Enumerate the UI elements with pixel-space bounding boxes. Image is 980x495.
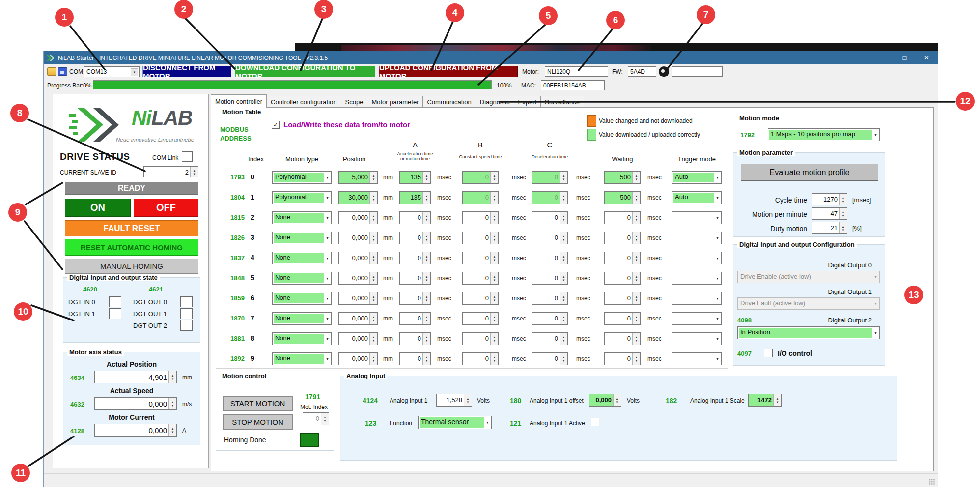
waiting-time-input[interactable]: 0▴▾: [604, 272, 641, 285]
offset-field[interactable]: 0,000 ▴▾: [589, 394, 621, 407]
function-select[interactable]: Thermal sensor ▾: [418, 416, 492, 429]
tab-diagnostic[interactable]: Diagnostic: [476, 96, 514, 108]
tab-expert[interactable]: Expert: [514, 96, 541, 108]
trigger-mode-select-dropdown-arrow[interactable]: ▾: [714, 232, 721, 244]
tab-surveillance[interactable]: Surveillance: [540, 96, 584, 108]
mot-index-spin[interactable]: ▴▾: [321, 413, 329, 425]
waiting-time-input[interactable]: 500▴▾: [604, 191, 641, 204]
motion-mode-select[interactable]: 1 Maps - 10 positons pro map ▾: [768, 128, 880, 141]
constant-speed-time-input-spin[interactable]: ▴▾: [490, 192, 498, 204]
motion-type-select-dropdown-arrow[interactable]: ▾: [324, 212, 331, 224]
waiting-time-input-spin[interactable]: ▴▾: [632, 172, 640, 183]
trigger-mode-select-dropdown-arrow[interactable]: ▾: [714, 212, 721, 224]
trigger-mode-select-dropdown-arrow[interactable]: ▾: [714, 192, 721, 204]
acceleration-time-input[interactable]: 0▴▾: [399, 272, 431, 285]
waiting-time-input[interactable]: 0▴▾: [604, 232, 641, 244]
resize-grip[interactable]: [929, 479, 935, 485]
com-dropdown-arrow[interactable]: ▾: [131, 68, 138, 76]
save-icon[interactable]: [58, 67, 67, 76]
trigger-mode-select[interactable]: ▾: [672, 252, 722, 264]
position-input-spin[interactable]: ▴▾: [369, 292, 377, 304]
position-input-spin[interactable]: ▴▾: [369, 353, 377, 365]
motion-per-minute-field[interactable]: 47 ▴▾: [812, 207, 847, 220]
trigger-mode-select-dropdown-arrow[interactable]: ▾: [714, 292, 721, 304]
constant-speed-time-input[interactable]: 0▴▾: [462, 171, 499, 184]
mot-index-stepper[interactable]: 0 ▴▾: [303, 412, 329, 425]
trigger-mode-select-dropdown-arrow[interactable]: ▾: [714, 313, 721, 324]
deceleration-time-input[interactable]: 0▴▾: [532, 171, 568, 184]
motion-type-select-dropdown-arrow[interactable]: ▾: [324, 172, 331, 183]
constant-speed-time-input-spin[interactable]: ▴▾: [490, 313, 498, 324]
waiting-time-input-spin[interactable]: ▴▾: [632, 272, 640, 284]
waiting-time-input[interactable]: 0▴▾: [604, 292, 641, 305]
position-input-spin[interactable]: ▴▾: [369, 172, 377, 183]
deceleration-time-input-spin[interactable]: ▴▾: [560, 313, 567, 324]
dgt-in0-checkbox[interactable]: [109, 296, 121, 307]
motion-type-select-dropdown-arrow[interactable]: ▾: [324, 232, 331, 244]
motion-type-select[interactable]: None▾: [272, 292, 332, 305]
waiting-time-input[interactable]: 0▴▾: [604, 211, 641, 224]
constant-speed-time-input[interactable]: 0▴▾: [462, 232, 499, 244]
motion-type-select-dropdown-arrow[interactable]: ▾: [324, 292, 331, 304]
waiting-time-input-spin[interactable]: ▴▾: [632, 212, 640, 224]
deceleration-time-input-spin[interactable]: ▴▾: [560, 252, 567, 264]
acceleration-time-input-spin[interactable]: ▴▾: [422, 192, 430, 204]
actual-position-field[interactable]: 4,901 ▴▾: [94, 371, 177, 383]
deceleration-time-input-spin[interactable]: ▴▾: [560, 232, 567, 244]
manual-homing-button[interactable]: MANUAL HOMING: [65, 259, 198, 274]
trigger-mode-select-dropdown-arrow[interactable]: ▾: [714, 272, 721, 284]
cycle-time-spin[interactable]: ▴▾: [839, 194, 847, 205]
motion-type-select[interactable]: None▾: [272, 352, 332, 365]
fault-reset-button[interactable]: FAULT RESET: [65, 220, 198, 236]
acceleration-time-input[interactable]: 135▴▾: [399, 171, 431, 184]
acceleration-time-input[interactable]: 0▴▾: [399, 252, 431, 264]
io-control-checkbox[interactable]: [764, 349, 773, 357]
offset-spin[interactable]: ▴▾: [613, 394, 621, 406]
position-input-spin[interactable]: ▴▾: [369, 212, 377, 224]
motion-type-select-dropdown-arrow[interactable]: ▾: [324, 252, 331, 264]
deceleration-time-input-spin[interactable]: ▴▾: [560, 333, 567, 345]
trigger-mode-select[interactable]: Auto▾: [672, 171, 722, 184]
constant-speed-time-input[interactable]: 0▴▾: [462, 332, 499, 345]
actual-position-spin[interactable]: ▴▾: [168, 371, 176, 383]
trigger-mode-select-dropdown-arrow[interactable]: ▾: [714, 333, 721, 345]
tab-communication[interactable]: Communication: [422, 96, 476, 108]
deceleration-time-input[interactable]: 0▴▾: [532, 352, 568, 365]
waiting-time-input[interactable]: 0▴▾: [604, 352, 641, 365]
position-input[interactable]: 0,000▴▾: [338, 211, 378, 224]
com-port-select[interactable]: COM13 ▾: [84, 66, 140, 77]
motion-type-select[interactable]: Polynomial▾: [272, 191, 332, 204]
com-link-checkbox[interactable]: [182, 151, 193, 162]
tab-motion-controller[interactable]: Motion controller: [211, 94, 267, 108]
deceleration-time-input[interactable]: 0▴▾: [532, 292, 568, 305]
acceleration-time-input-spin[interactable]: ▴▾: [422, 232, 430, 244]
waiting-time-input-spin[interactable]: ▴▾: [632, 192, 640, 204]
motor-current-field[interactable]: 0,000 ▴▾: [94, 424, 177, 437]
scale-spin[interactable]: ▴▾: [773, 394, 781, 406]
constant-speed-time-input-spin[interactable]: ▴▾: [490, 292, 498, 304]
acceleration-time-input-spin[interactable]: ▴▾: [422, 212, 430, 224]
constant-speed-time-input-spin[interactable]: ▴▾: [490, 252, 498, 264]
motor-current-spin[interactable]: ▴▾: [168, 424, 176, 436]
trigger-mode-select-dropdown-arrow[interactable]: ▾: [714, 252, 721, 264]
actual-speed-field[interactable]: 0,000 ▴▾: [94, 397, 177, 410]
duty-motion-field[interactable]: 21 ▴▾: [812, 222, 847, 234]
start-motion-button[interactable]: START MOTION: [223, 396, 293, 411]
motion-type-select[interactable]: None▾: [272, 312, 332, 325]
motion-type-select-dropdown-arrow[interactable]: ▾: [324, 272, 331, 284]
upload-configuration-button[interactable]: UPLOAD CONFIGURATION FROM MOTOR: [379, 66, 518, 77]
acceleration-time-input-spin[interactable]: ▴▾: [422, 252, 430, 264]
on-button[interactable]: ON: [65, 199, 131, 217]
position-input-spin[interactable]: ▴▾: [369, 272, 377, 284]
position-input-spin[interactable]: ▴▾: [369, 313, 377, 324]
acceleration-time-input-spin[interactable]: ▴▾: [422, 313, 430, 324]
acceleration-time-input-spin[interactable]: ▴▾: [422, 353, 430, 365]
constant-speed-time-input-spin[interactable]: ▴▾: [490, 212, 498, 224]
trigger-mode-select[interactable]: ▾: [672, 352, 722, 365]
trigger-mode-select[interactable]: ▾: [672, 292, 722, 305]
constant-speed-time-input-spin[interactable]: ▴▾: [490, 232, 498, 244]
motion-type-select-dropdown-arrow[interactable]: ▾: [324, 333, 331, 345]
deceleration-time-input-spin[interactable]: ▴▾: [560, 192, 567, 204]
position-input-spin[interactable]: ▴▾: [369, 333, 377, 345]
acceleration-time-input[interactable]: 0▴▾: [399, 312, 431, 325]
